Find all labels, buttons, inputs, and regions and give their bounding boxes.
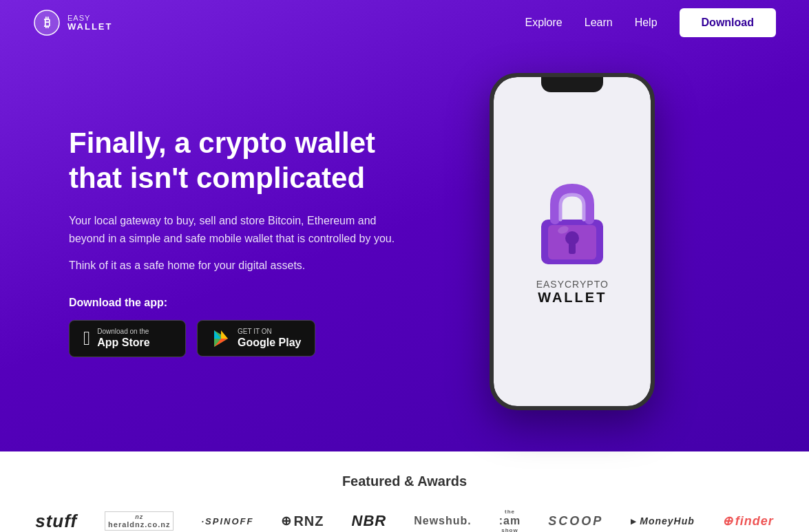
app-store-button[interactable]:  Download on the App Store — [69, 320, 186, 357]
wallet-lock-svg — [527, 178, 617, 268]
app-store-name: App Store — [97, 336, 149, 349]
phone-mockup: EASYCRYPTO WALLET — [490, 73, 655, 410]
logo-easy-text: EASY — [67, 14, 112, 22]
google-play-icon — [211, 329, 231, 348]
play-store-sublabel: GET IT ON — [238, 328, 301, 336]
hero-description-1: Your local gateway to buy, sell and stor… — [69, 212, 405, 247]
hero-title: Finally, a crypto wallet that isn't comp… — [69, 126, 405, 195]
svg-text:₿: ₿ — [44, 16, 50, 30]
wallet-brand-easy: EASYCRYPTO — [536, 279, 609, 290]
app-store-text: Download on the App Store — [97, 328, 149, 349]
logo[interactable]: ₿ EASY WALLET — [33, 9, 112, 36]
featured-title: Featured & Awards — [33, 474, 776, 489]
wallet-brand-text: EASYCRYPTO WALLET — [536, 279, 609, 306]
logo-wallet-text: WALLET — [67, 22, 112, 32]
logo-iamshow: the :am show — [499, 509, 521, 532]
logo-heraldnz: nz heraldnz.co.nz — [105, 511, 174, 531]
logo-newshub: Newshub. — [414, 515, 472, 527]
featured-section: Featured & Awards stuff nz heraldnz.co.n… — [0, 451, 809, 532]
nav-download-button[interactable]: Download — [680, 8, 776, 37]
logo-icon: ₿ — [33, 9, 61, 36]
nav-explore[interactable]: Explore — [525, 17, 562, 29]
partner-logos: stuff nz heraldnz.co.nz ·SPINOFF ⊕ RNZ N… — [33, 509, 776, 532]
hero-description-2: Think of it as a safe home for your digi… — [69, 257, 405, 275]
logo-stuff: stuff — [35, 511, 77, 532]
download-label: Download the app: — [69, 297, 405, 309]
phone-mockup-container: EASYCRYPTO WALLET — [405, 73, 741, 410]
wallet-app-logo: EASYCRYPTO WALLET — [527, 178, 617, 306]
svg-marker-5 — [221, 330, 228, 339]
logo-moneyhub: ▶MoneyHub — [631, 515, 695, 526]
nav-learn[interactable]: Learn — [585, 17, 613, 29]
logo-nbr: NBR — [352, 512, 387, 530]
svg-rect-9 — [569, 243, 576, 254]
phone-screen: EASYCRYPTO WALLET — [494, 77, 651, 406]
wallet-brand-wallet: WALLET — [536, 290, 609, 306]
logo-finder: ⊕ finder — [722, 513, 774, 529]
hero-section: Finally, a crypto wallet that isn't comp… — [0, 45, 809, 451]
google-play-button[interactable]: GET IT ON Google Play — [197, 320, 315, 357]
logo-rnz: ⊕ RNZ — [281, 513, 324, 529]
play-store-text: GET IT ON Google Play — [238, 328, 301, 349]
store-buttons:  Download on the App Store GET IT ON — [69, 320, 405, 357]
app-store-sublabel: Download on the — [97, 328, 149, 336]
logo-spinoff: ·SPINOFF — [201, 516, 253, 526]
hero-content: Finally, a crypto wallet that isn't comp… — [69, 126, 405, 357]
nav-help[interactable]: Help — [635, 17, 658, 29]
apple-icon:  — [83, 328, 90, 350]
nav-links: Explore Learn Help Download — [525, 8, 776, 37]
navbar: ₿ EASY WALLET Explore Learn Help Downloa… — [0, 0, 809, 45]
phone-notch — [541, 77, 603, 92]
logo-scoop: SCOOP — [548, 514, 603, 529]
play-store-name: Google Play — [238, 336, 301, 349]
